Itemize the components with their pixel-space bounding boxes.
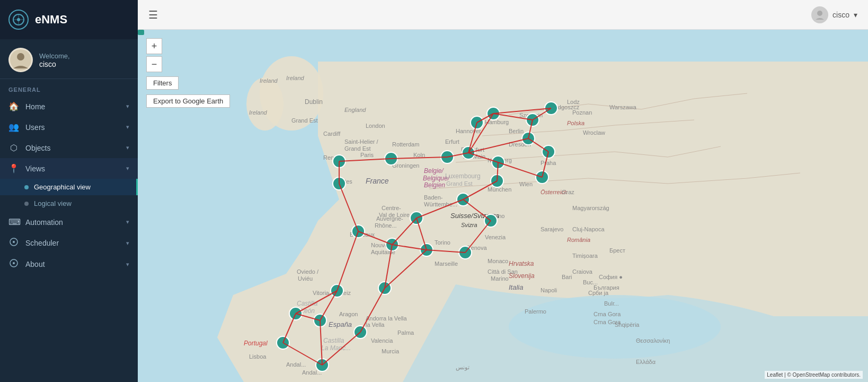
- topbar-user-icon: [811, 6, 828, 23]
- welcome-text: Welcome,: [39, 52, 70, 60]
- about-chevron: ▾: [126, 261, 129, 268]
- general-section-label: GENERAL: [0, 79, 138, 96]
- svg-point-10: [817, 11, 822, 16]
- sidebar-item-scheduler[interactable]: Scheduler ▾: [0, 232, 138, 254]
- svg-point-13: [246, 77, 284, 131]
- sidebar-item-scheduler-label: Scheduler: [25, 239, 59, 247]
- sidebar-item-objects-label: Objects: [25, 144, 50, 152]
- svg-text:София ●: София ●: [599, 274, 623, 280]
- user-info: Welcome, cisco: [39, 52, 70, 68]
- svg-text:England: England: [344, 107, 366, 113]
- svg-text:Monaco: Monaco: [488, 258, 508, 264]
- svg-text:Koln: Koln: [413, 152, 425, 158]
- svg-text:تونس: تونس: [456, 364, 470, 371]
- svg-text:Ireland: Ireland: [286, 75, 305, 81]
- topbar: ☰ cisco ▾: [138, 0, 868, 30]
- geo-view-label: Geographical view: [34, 183, 91, 191]
- svg-text:România: România: [567, 237, 590, 243]
- svg-text:Andorra la Vella: Andorra la Vella: [366, 315, 408, 322]
- topbar-chevron[interactable]: ▾: [854, 11, 857, 19]
- svg-text:Ελλάδα: Ελλάδα: [636, 359, 656, 365]
- sidebar-item-objects[interactable]: ⬡ Objects ▾: [0, 137, 138, 158]
- svg-text:Praha: Praha: [541, 160, 556, 166]
- svg-point-9: [13, 262, 15, 264]
- svg-text:La Manc...: La Manc...: [321, 344, 351, 352]
- svg-text:Grand Est: Grand Est: [344, 145, 371, 152]
- svg-text:Grand Est: Grand Est: [291, 117, 318, 124]
- svg-text:Wroclaw: Wroclaw: [583, 129, 605, 136]
- svg-text:Andal...: Andal...: [286, 361, 306, 368]
- svg-text:Palermo: Palermo: [525, 308, 546, 315]
- svg-text:Oviedo /: Oviedo /: [297, 268, 319, 275]
- views-chevron: ▾: [126, 165, 129, 172]
- map-container[interactable]: Ireland Ireland Dublin Ireland Grand Est…: [138, 30, 868, 382]
- svg-point-7: [13, 241, 15, 243]
- users-icon: 👥: [8, 122, 19, 132]
- zoom-out-button[interactable]: −: [146, 56, 162, 72]
- map-attribution: Leaflet | © OpenStreetMap contributors.: [765, 371, 863, 379]
- sidebar-item-users[interactable]: 👥 Users ▾: [0, 117, 138, 137]
- svg-text:Wien: Wien: [519, 181, 533, 187]
- automation-icon: ⌨: [8, 217, 19, 227]
- geo-view-dot: [24, 185, 29, 189]
- svg-text:Auvergne-: Auvergne-: [376, 215, 403, 222]
- logical-view-dot: [24, 202, 29, 206]
- svg-text:Città di San: Città di San: [488, 268, 518, 275]
- svg-text:Βulг...: Βulг...: [604, 300, 619, 307]
- zoom-in-button[interactable]: +: [146, 38, 162, 54]
- scheduler-icon: [8, 238, 19, 248]
- app-logo: [8, 10, 29, 30]
- svg-text:Saint-Helier /: Saint-Helier /: [344, 138, 379, 145]
- sidebar-item-users-label: Users: [25, 123, 45, 132]
- svg-text:Berlin: Berlin: [509, 128, 524, 134]
- user-name: cisco: [39, 60, 70, 68]
- svg-text:Belgien: Belgien: [424, 181, 445, 189]
- home-chevron: ▾: [126, 103, 129, 110]
- svg-text:Poznan: Poznan: [572, 109, 592, 116]
- svg-text:London: London: [366, 123, 385, 129]
- svg-text:Lodz: Lodz: [567, 99, 580, 105]
- svg-text:Luxembourg: Luxembourg: [445, 172, 481, 180]
- svg-text:Rotterdam: Rotterdam: [392, 141, 419, 147]
- svg-text:Aragon: Aragon: [339, 311, 358, 317]
- svg-text:Ireland: Ireland: [260, 77, 278, 84]
- svg-text:Palma: Palma: [397, 329, 414, 336]
- svg-text:Ireland: Ireland: [249, 109, 268, 116]
- user-section: Welcome, cisco: [0, 39, 138, 79]
- topbar-right: cisco ▾: [811, 6, 857, 23]
- sidebar-item-views-label: Views: [25, 164, 45, 173]
- sidebar-item-about[interactable]: About ▾: [0, 254, 138, 275]
- export-google-earth-button[interactable]: Export to Google Earth: [146, 94, 230, 108]
- svg-text:Graz: Graz: [562, 189, 574, 195]
- svg-text:Valencia: Valencia: [371, 337, 393, 344]
- svg-text:Marseille: Marseille: [435, 261, 458, 267]
- svg-text:Crna Gora: Crna Gora: [594, 311, 621, 317]
- logical-view-label: Logical view: [34, 199, 72, 207]
- svg-text:Cluj-Napoca: Cluj-Napoca: [572, 226, 605, 232]
- svg-text:Θεσσαλονίκη: Θεσσαλονίκη: [636, 337, 670, 344]
- users-chevron: ▾: [126, 124, 129, 131]
- svg-text:Erfurt: Erfurt: [445, 138, 459, 145]
- objects-icon: ⬡: [8, 143, 19, 153]
- topbar-username: cisco: [832, 11, 849, 19]
- svg-text:Polska: Polska: [567, 120, 584, 126]
- svg-text:Lisboa: Lisboa: [249, 353, 267, 360]
- svg-text:Uviéu: Uviéu: [298, 275, 313, 282]
- svg-text:Portugal: Portugal: [244, 340, 268, 347]
- sidebar-item-home[interactable]: 🏠 Home ▾: [0, 96, 138, 117]
- svg-text:Bari: Bari: [562, 274, 572, 280]
- sidebar-item-logical-view[interactable]: Logical view: [0, 195, 138, 212]
- svg-text:Murcia: Murcia: [382, 348, 400, 354]
- sidebar-item-views[interactable]: 📍 Views ▾: [0, 158, 138, 179]
- svg-text:Baden-: Baden-: [424, 194, 443, 201]
- svg-text:България: България: [594, 284, 619, 291]
- svg-text:Timișoara: Timișoara: [572, 253, 598, 259]
- sidebar-item-geographical-view[interactable]: Geographical view: [0, 179, 138, 195]
- svg-point-5: [17, 53, 24, 60]
- svg-text:Rhône...: Rhône...: [375, 222, 397, 229]
- hamburger-menu[interactable]: ☰: [148, 8, 158, 21]
- sidebar-item-automation[interactable]: ⌨ Automation ▾: [0, 212, 138, 232]
- sidebar-item-home-label: Home: [25, 102, 45, 111]
- svg-text:Cardiff: Cardiff: [323, 131, 341, 137]
- filters-button[interactable]: Filters: [146, 76, 179, 90]
